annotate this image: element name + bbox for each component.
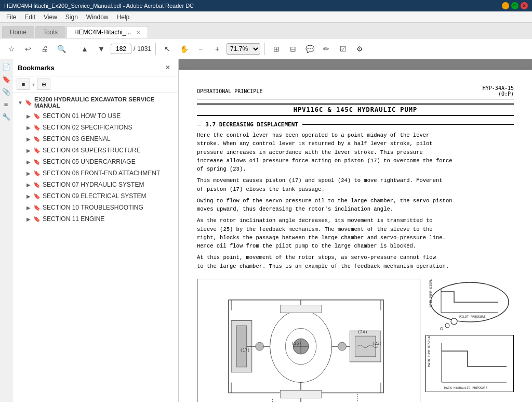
tree-item-s06-toggle[interactable]: ▶ <box>25 170 32 177</box>
side-icon-bookmark[interactable]: 🔖 <box>1 74 11 84</box>
pdf-area[interactable]: OPERATIONAL PRINCIPLE HYP-34A-15(O:P) HP… <box>179 59 532 402</box>
tree-item-s04[interactable]: ▶ 🔖 SECTION 04 SUPERSTRUCTURE <box>12 145 178 156</box>
prev-page-btn[interactable]: ▲ <box>77 42 92 56</box>
tree-item-s05-toggle[interactable]: ▶ <box>25 158 32 165</box>
tree-item-s02-label: SECTION 02 SPECIFICATIONS <box>43 124 132 131</box>
tree-item-s09-label: SECTION 09 ELECTRICAL SYSTEM <box>43 192 147 200</box>
menu-view[interactable]: View <box>39 12 61 22</box>
tree-item-s09[interactable]: ▶ 🔖 SECTION 09 ELECTRICAL SYSTEM <box>12 190 178 202</box>
tree-item-s09-toggle[interactable]: ▶ <box>25 192 32 200</box>
pdf-section-title: ─ 3.7 DECREASING DISPLACEMENT <box>197 121 514 128</box>
pdf-body-paragraph-1: Here the control lever has been operated… <box>197 131 514 173</box>
tree-item-s11[interactable]: ▶ 🔖 SECTION 11 ENGINE <box>12 213 178 225</box>
comment-btn[interactable]: 💬 <box>302 42 317 56</box>
fit-width-btn[interactable]: ⊟ <box>286 42 300 56</box>
tree-item-s07-toggle[interactable]: ▶ <box>25 181 32 188</box>
tree-item-s04-toggle[interactable]: ▶ <box>25 147 32 154</box>
menu-edit[interactable]: Edit <box>20 12 39 22</box>
side-icon-attachment[interactable]: 📎 <box>1 86 11 97</box>
svg-text:MAIN PUMP DISPLACEMENT: MAIN PUMP DISPLACEMENT <box>427 335 431 367</box>
side-icons-panel: 📄 🔖 📎 ≡ 🔧 <box>0 59 12 402</box>
menu-window[interactable]: Window <box>82 12 113 22</box>
tree-item-s04-icon: 🔖 <box>33 147 41 154</box>
menu-sign[interactable]: Sign <box>61 12 82 22</box>
panel-close-btn[interactable]: ✕ <box>163 62 173 73</box>
svg-rect-5 <box>236 326 247 367</box>
tree-item-s03-label: SECTION 03 GENENAL <box>43 135 111 142</box>
tree-item-s10-toggle[interactable]: ▶ <box>25 204 32 211</box>
bookmark-expand-btn[interactable]: ⊕ <box>37 79 50 90</box>
select-tool-btn[interactable]: ↖ <box>160 42 175 56</box>
tree-item-s06[interactable]: ▶ 🔖 SECTION 06 FRONT-END ATTACHMENT <box>12 167 178 179</box>
more-tools-btn[interactable]: ⚙ <box>352 42 367 56</box>
svg-text:(24): (24) <box>357 330 367 334</box>
panel-header: Bookmarks ✕ <box>12 59 178 76</box>
svg-rect-0 <box>198 279 420 402</box>
svg-text:(23): (23) <box>372 341 382 346</box>
svg-point-31 <box>445 323 449 328</box>
tree-item-s07[interactable]: ▶ 🔖 SECTION 07 HYDRAULIC SYSTEM <box>12 179 178 190</box>
minimize-button[interactable]: ─ <box>502 2 509 9</box>
tree-item-s03[interactable]: ▶ 🔖 SECTION 03 GENENAL <box>12 133 178 145</box>
tab-tools[interactable]: Tools <box>35 26 65 38</box>
tree-item-s10[interactable]: ▶ 🔖 SECTION 10 TROUBLESHOOTING <box>12 202 178 213</box>
page-number-input[interactable] <box>111 44 131 54</box>
zoom-tool-btn[interactable]: 🔍 <box>54 42 69 56</box>
tree-item-s05[interactable]: ▶ 🔖 SECTION 05 UNDERCARRIAGE <box>12 156 178 167</box>
bookmark-toolbar-btn[interactable]: ☆ <box>4 42 19 56</box>
tree-item-s03-toggle[interactable]: ▶ <box>25 135 32 142</box>
page-nav: / 1031 <box>111 44 151 54</box>
print-btn[interactable]: 🖨 <box>37 42 52 56</box>
title-bar-text: HEMC4M-Hitachi_Ex200_Service_Manual.pdf … <box>4 3 194 9</box>
tree-root-toggle[interactable]: ▼ <box>17 99 24 106</box>
tree-item-s06-label: SECTION 06 FRONT-END ATTACHMENT <box>43 170 160 177</box>
main-toolbar: ☆ ↩ 🖨 🔍 ▲ ▼ / 1031 ↖ ✋ − + 71.7% 50% 75%… <box>0 38 532 59</box>
tree-item-s10-label: SECTION 10 TROUBLESHOOTING <box>43 204 143 211</box>
svg-text:MAIN PUMP DISPLACEMENT: MAIN PUMP DISPLACEMENT <box>429 279 432 307</box>
panel-tools: ≡ ▾ ⊕ <box>12 76 178 93</box>
side-icon-page[interactable]: 📄 <box>1 61 11 72</box>
svg-text:MAIN HYDRAULIC PRESSURE: MAIN HYDRAULIC PRESSURE <box>444 386 487 390</box>
fit-page-btn[interactable]: ⊞ <box>269 42 284 56</box>
pen-btn[interactable]: ✏ <box>319 42 334 56</box>
pan-tool-btn[interactable]: ✋ <box>177 42 191 56</box>
svg-point-28 <box>338 342 347 351</box>
tree-item-s01-toggle[interactable]: ▶ <box>25 112 32 120</box>
tree-root-icon: 🔖 <box>25 99 32 106</box>
tree-item-s01[interactable]: ▶ 🔖 SECTION 01 HOW TO USE <box>12 110 178 122</box>
svg-text:(25): (25) <box>291 341 301 346</box>
tree-item-s11-toggle[interactable]: ▶ <box>25 215 32 223</box>
pdf-page: OPERATIONAL PRINCIPLE HYP-34A-15(O:P) HP… <box>179 70 532 402</box>
tree-item-s11-icon: 🔖 <box>33 216 41 223</box>
menu-help[interactable]: Help <box>113 12 134 22</box>
svg-rect-25 <box>280 305 321 313</box>
tree-item-s04-label: SECTION 04 SUPERSTRUCTURE <box>43 147 141 154</box>
back-btn[interactable]: ↩ <box>21 42 35 56</box>
title-bar: HEMC4M-Hitachi_Ex200_Service_Manual.pdf … <box>0 0 532 11</box>
zoom-in-btn[interactable]: + <box>210 42 224 56</box>
tree-root[interactable]: ▼ 🔖 EX200 HYDRAULIC EXCAVATOR SERVICE MA… <box>12 95 178 110</box>
menu-file[interactable]: File <box>2 12 20 22</box>
tab-bar: Home Tools HEMC4M-Hitachi_... ✕ <box>0 23 532 38</box>
maximize-button[interactable]: □ <box>511 2 518 9</box>
tree-item-s01-label: SECTION 01 HOW TO USE <box>43 112 121 120</box>
tab-close-icon[interactable]: ✕ <box>136 30 140 35</box>
tree-root-label: EX200 HYDRAULIC EXCAVATOR SERVICE MANUAL <box>34 96 174 109</box>
side-icon-tools[interactable]: 🔧 <box>1 111 11 122</box>
highlight-btn[interactable]: ☑ <box>336 42 350 56</box>
tab-document[interactable]: HEMC4M-Hitachi_... ✕ <box>66 26 148 38</box>
separator-1 <box>73 43 73 55</box>
tree-item-s02[interactable]: ▶ 🔖 SECTION 02 SPECIFICATIONS <box>12 122 178 133</box>
tree-item-s02-toggle[interactable]: ▶ <box>25 124 32 131</box>
tree-item-s10-icon: 🔖 <box>33 204 41 211</box>
zoom-out-btn[interactable]: − <box>193 42 208 56</box>
panel-title: Bookmarks <box>18 64 55 72</box>
window-controls: ─ □ ✕ <box>502 2 528 9</box>
close-button[interactable]: ✕ <box>521 2 528 9</box>
zoom-select[interactable]: 71.7% 50% 75% 100% 125% 150% <box>227 43 260 55</box>
next-page-btn[interactable]: ▼ <box>94 42 109 56</box>
tab-home[interactable]: Home <box>2 26 34 38</box>
side-icon-layers[interactable]: ≡ <box>1 99 11 109</box>
bookmarks-tree[interactable]: ▼ 🔖 EX200 HYDRAULIC EXCAVATOR SERVICE MA… <box>12 93 178 402</box>
bookmark-list-view-btn[interactable]: ≡ <box>17 79 30 90</box>
